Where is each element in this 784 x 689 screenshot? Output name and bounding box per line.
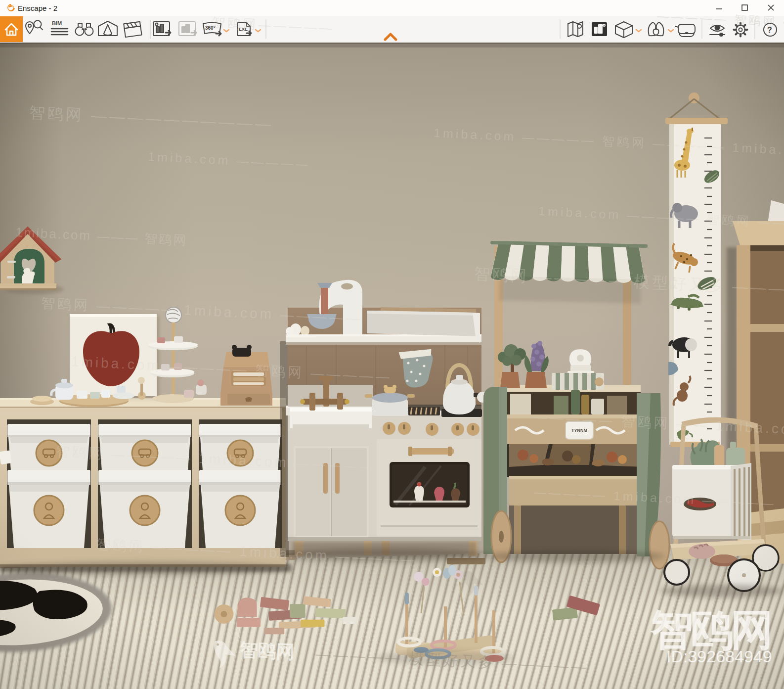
- svg-text:360°: 360°: [205, 25, 216, 31]
- svg-text:BIM: BIM: [52, 20, 62, 26]
- svg-text:?: ?: [767, 26, 772, 34]
- svg-text:EXE: EXE: [239, 27, 248, 32]
